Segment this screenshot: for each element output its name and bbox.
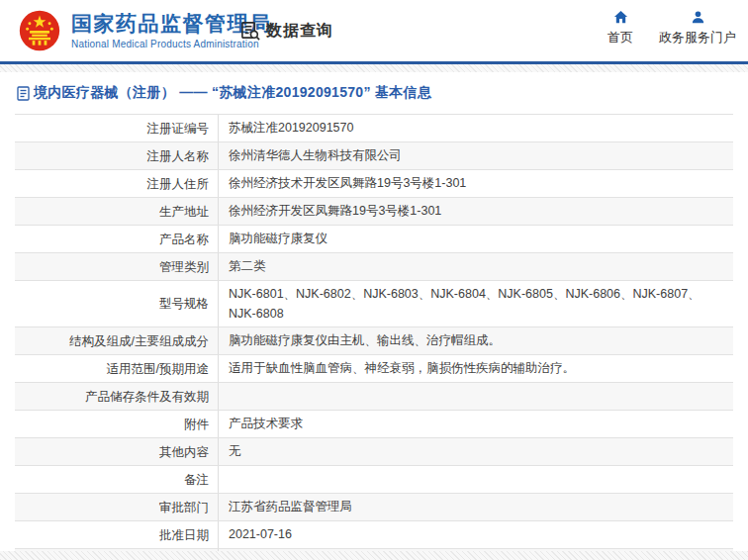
table-row: 批准日期2021-07-16 — [15, 521, 733, 549]
data-query-tab[interactable]: 数据查询 — [240, 21, 333, 42]
row-value: 徐州经济技术开发区凤舞路19号3号楼1-301 — [218, 170, 733, 197]
table-row: 生产地址徐州经济开发区凤舞路19号3号楼1-301 — [15, 198, 733, 226]
row-value: 江苏省药品监督管理局 — [218, 494, 733, 520]
national-emblem-icon — [18, 9, 61, 52]
row-value: 无 — [218, 438, 733, 465]
table-row: 审批部门江苏省药品监督管理局 — [15, 494, 733, 521]
row-label: 生产地址 — [15, 198, 218, 225]
row-label: 注册人住所 — [15, 170, 218, 197]
document-search-icon — [240, 21, 261, 42]
row-label: 审批部门 — [15, 494, 218, 520]
table-row: 型号规格NJK-6801、NJK-6802、NJK-6803、NJK-6804、… — [15, 281, 733, 327]
row-value — [218, 466, 733, 493]
table-row: 产品储存条件及有效期 — [15, 383, 733, 411]
row-value — [218, 383, 733, 410]
row-value: 2021-07-16 — [218, 521, 733, 548]
row-label: 产品储存条件及有效期 — [15, 383, 218, 410]
row-value: 徐州经济开发区凤舞路19号3号楼1-301 — [218, 198, 733, 225]
agency-logo[interactable]: 国家药品监督管理局 National Medical Products Admi… — [18, 9, 272, 52]
table-row: 注册人住所徐州经济技术开发区凤舞路19号3号楼1-301 — [15, 170, 733, 198]
home-icon — [613, 10, 628, 25]
row-value: 产品技术要求 — [218, 411, 733, 437]
info-table: 注册证编号苏械注准20192091570注册人名称徐州清华德人生物科技有限公司注… — [15, 114, 733, 560]
row-label: 附件 — [15, 411, 218, 437]
row-value: 脑功能磁疗康复仪由主机、输出线、治疗帽组成。 — [218, 327, 733, 354]
row-label: 结构及组成/主要组成成分 — [15, 327, 218, 354]
data-query-label: 数据查询 — [266, 21, 333, 42]
nav-gov-portal[interactable]: 政务服务门户 — [659, 10, 736, 47]
row-value: 第二类 — [218, 253, 733, 280]
row-value: 苏械注准20192091570 — [218, 115, 733, 141]
breadcrumb: 境内医疗器械（注册） —— “苏械注准20192091570” 基本信息 — [17, 84, 748, 102]
row-label: 注册人名称 — [15, 142, 218, 169]
table-row: 结构及组成/主要组成成分脑功能磁疗康复仪由主机、输出线、治疗帽组成。 — [15, 327, 733, 355]
row-label: 适用范围/预期用途 — [15, 355, 218, 382]
table-row: 产品名称脑功能磁疗康复仪 — [15, 226, 733, 253]
top-navigation: 首页 政务服务门户 — [608, 10, 736, 47]
user-icon — [691, 10, 705, 25]
row-label: 备注 — [15, 466, 218, 493]
row-value: 脑功能磁疗康复仪 — [218, 226, 733, 252]
row-label: 型号规格 — [15, 281, 218, 327]
table-row: 注册人名称徐州清华德人生物科技有限公司 — [15, 142, 733, 170]
row-label: 注册证编号 — [15, 115, 218, 141]
row-label: 批准日期 — [15, 521, 218, 548]
row-value: 徐州清华德人生物科技有限公司 — [218, 142, 733, 169]
page-title: 境内医疗器械（注册） —— “苏械注准20192091570” 基本信息 — [34, 84, 431, 102]
site-header: 国家药品监督管理局 National Medical Products Admi… — [0, 0, 748, 61]
row-label: 其他内容 — [15, 438, 218, 465]
row-label: 管理类别 — [15, 253, 218, 280]
nav-home-label: 首页 — [608, 29, 633, 47]
table-row: 备注 — [15, 466, 733, 494]
table-row: 适用范围/预期用途适用于缺血性脑血管病、神经衰弱，脑损伤性疾病的辅助治疗。 — [15, 355, 733, 383]
table-row: 管理类别第二类 — [15, 253, 733, 281]
page-icon — [17, 86, 30, 101]
nav-home[interactable]: 首页 — [608, 10, 633, 47]
row-label: 产品名称 — [15, 226, 218, 252]
table-row: 注册证编号苏械注准20192091570 — [15, 115, 733, 142]
nav-gov-portal-label: 政务服务门户 — [659, 29, 736, 47]
hatch-band-bottom — [0, 551, 748, 560]
table-row: 附件产品技术要求 — [15, 411, 733, 438]
table-row: 其他内容无 — [15, 438, 733, 466]
hatch-band-top — [0, 64, 748, 72]
row-value: 适用于缺血性脑血管病、神经衰弱，脑损伤性疾病的辅助治疗。 — [218, 355, 733, 382]
row-value: NJK-6801、NJK-6802、NJK-6803、NJK-6804、NJK-… — [218, 281, 733, 327]
